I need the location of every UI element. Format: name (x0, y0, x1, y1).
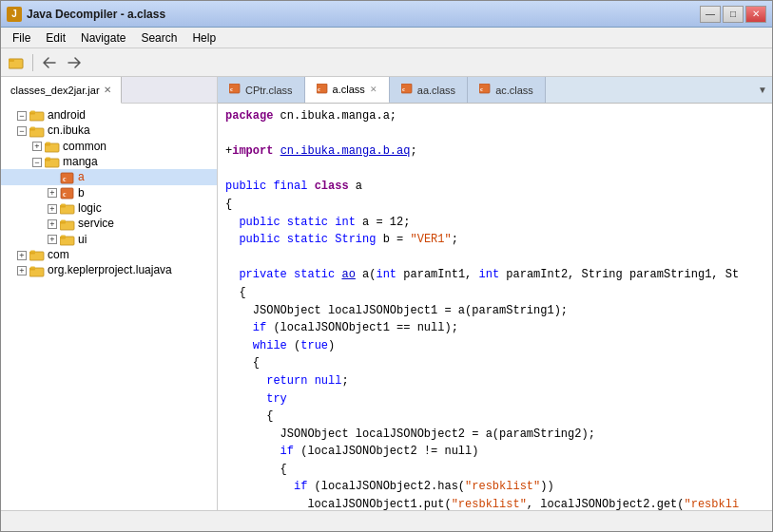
open-folder-button[interactable] (5, 52, 28, 73)
tree-label-com: com (48, 248, 69, 261)
tree-item-a-class[interactable]: c a (1, 169, 217, 184)
tree-label-cn-ibuka: cn.ibuka (48, 124, 90, 137)
tree-item-manga[interactable]: − manga (1, 154, 217, 169)
svg-rect-1 (9, 59, 14, 62)
svg-rect-32 (30, 266, 35, 268)
tree-tab-label: classes_dex2jar.jar (10, 85, 100, 96)
editor-tab-aa-class[interactable]: caa.class (390, 77, 468, 103)
tree-item-org[interactable]: + org.keplerproject.luajava (1, 262, 217, 277)
menu-item-navigate[interactable]: Navigate (73, 29, 133, 47)
tree-label-org: org.keplerproject.luajava (48, 263, 172, 276)
tree-expander-com[interactable]: + (16, 250, 29, 260)
class-tab-icon: c (401, 84, 413, 96)
editor-tab-label: ac.class (495, 85, 533, 96)
menu-item-help[interactable]: Help (184, 29, 223, 47)
code-content: package cn.ibuka.manga.a; +import cn.ibu… (218, 104, 772, 510)
editor-tab-close[interactable]: ✕ (370, 85, 377, 94)
tree-tab-bar: classes_dex2jar.jar ✕ (1, 77, 217, 104)
menu-item-file[interactable]: File (5, 29, 38, 47)
back-button[interactable] (38, 52, 61, 73)
menu-bar: FileEditNavigateSearchHelp (1, 28, 772, 48)
tree-expander-b-class[interactable]: + (47, 187, 60, 198)
folder-icon (60, 217, 78, 230)
svg-rect-10 (46, 142, 50, 143)
menu-item-search[interactable]: Search (133, 29, 184, 47)
class-tab-icon: c (317, 84, 328, 96)
status-bar (1, 510, 772, 531)
class-icon: c (60, 186, 78, 200)
folder-icon (29, 263, 48, 276)
folder-icon (45, 140, 63, 153)
forward-button[interactable] (63, 52, 86, 73)
folder-icon (29, 108, 48, 122)
tree-label-a-class: a (78, 170, 85, 183)
maximize-button[interactable]: □ (723, 6, 744, 23)
tree-item-common[interactable]: + common (1, 139, 217, 154)
main-area: classes_dex2jar.jar ✕ − android− cn.ibuk… (1, 77, 772, 510)
editor-tab-label: aa.class (417, 85, 455, 96)
app-icon: J (7, 7, 22, 22)
code-area[interactable]: package cn.ibuka.manga.a; +import cn.ibu… (218, 104, 772, 510)
tree-expander-common[interactable]: + (31, 141, 45, 151)
tree-item-logic[interactable]: + logic (1, 200, 217, 216)
svg-rect-23 (61, 219, 66, 221)
tree-label-common: common (63, 140, 106, 153)
tree-expander-cn-ibuka[interactable]: − (16, 125, 29, 136)
class-tab-icon: c (479, 84, 491, 96)
editor-tab-CPtr-class[interactable]: cCPtr.class (218, 77, 305, 103)
editor-tab-label: CPtr.class (245, 85, 293, 96)
window-controls: — □ ✕ (700, 6, 766, 23)
tree-expander-android[interactable]: − (16, 110, 29, 121)
tree-label-logic: logic (78, 201, 102, 215)
tree-label-ui: ui (78, 233, 87, 246)
class-icon: c (60, 170, 78, 183)
menu-item-edit[interactable]: Edit (38, 29, 73, 47)
tree-tab-close[interactable]: ✕ (104, 85, 111, 95)
tree-item-android[interactable]: − android (1, 107, 217, 123)
app-window: J Java Decompiler - a.class — □ ✕ FileEd… (0, 0, 773, 532)
folder-icon (60, 201, 78, 215)
svg-text:c: c (63, 190, 67, 199)
svg-rect-4 (30, 111, 35, 113)
editor-tab-ac-class[interactable]: cac.class (468, 77, 546, 103)
minimize-button[interactable]: — (700, 6, 721, 23)
svg-rect-20 (61, 204, 66, 206)
file-tree[interactable]: − android− cn.ibuka+ common− manga c a+ … (1, 104, 217, 510)
editor-tab-a-class[interactable]: ca.class✕ (305, 77, 390, 104)
tree-item-com[interactable]: + com (1, 247, 217, 262)
tree-expander-manga[interactable]: − (31, 157, 45, 167)
title-bar: J Java Decompiler - a.class — □ ✕ (1, 1, 772, 28)
tree-tab[interactable]: classes_dex2jar.jar ✕ (1, 77, 122, 104)
tree-item-b-class[interactable]: + c b (1, 185, 217, 200)
folder-icon (29, 124, 48, 137)
svg-rect-7 (30, 126, 35, 128)
svg-rect-29 (30, 251, 35, 253)
tree-label-b-class: b (78, 186, 85, 200)
tree-expander-ui[interactable]: + (47, 234, 60, 244)
window-title: Java Decompiler - a.class (27, 8, 700, 21)
tree-item-service[interactable]: + service (1, 216, 217, 231)
editor-panel: cCPtr.classca.class✕caa.classcac.class ▼… (218, 77, 772, 510)
tree-label-service: service (78, 217, 114, 230)
tree-item-cn-ibuka[interactable]: − cn.ibuka (1, 123, 217, 138)
svg-text:c: c (480, 86, 483, 93)
tree-expander-org[interactable]: + (16, 265, 29, 276)
tree-expander-logic[interactable]: + (47, 203, 60, 214)
file-tree-panel: classes_dex2jar.jar ✕ − android− cn.ibuk… (1, 77, 218, 510)
svg-rect-13 (46, 158, 50, 160)
toolbar-separator (32, 54, 33, 71)
svg-rect-26 (61, 235, 66, 237)
tab-scroll-right[interactable]: ▼ (753, 77, 772, 103)
tree-label-manga: manga (63, 155, 98, 168)
tree-expander-service[interactable]: + (47, 218, 60, 229)
folder-icon (60, 233, 78, 246)
folder-icon (29, 248, 48, 261)
tree-item-ui[interactable]: + ui (1, 232, 217, 247)
tree-label-android: android (48, 108, 86, 122)
editor-tab-bar: cCPtr.classca.class✕caa.classcac.class ▼ (218, 77, 772, 104)
close-button[interactable]: ✕ (745, 6, 766, 23)
svg-text:c: c (230, 86, 233, 93)
toolbar (1, 48, 772, 77)
svg-text:c: c (402, 86, 405, 93)
editor-tab-label: a.class (333, 84, 365, 95)
